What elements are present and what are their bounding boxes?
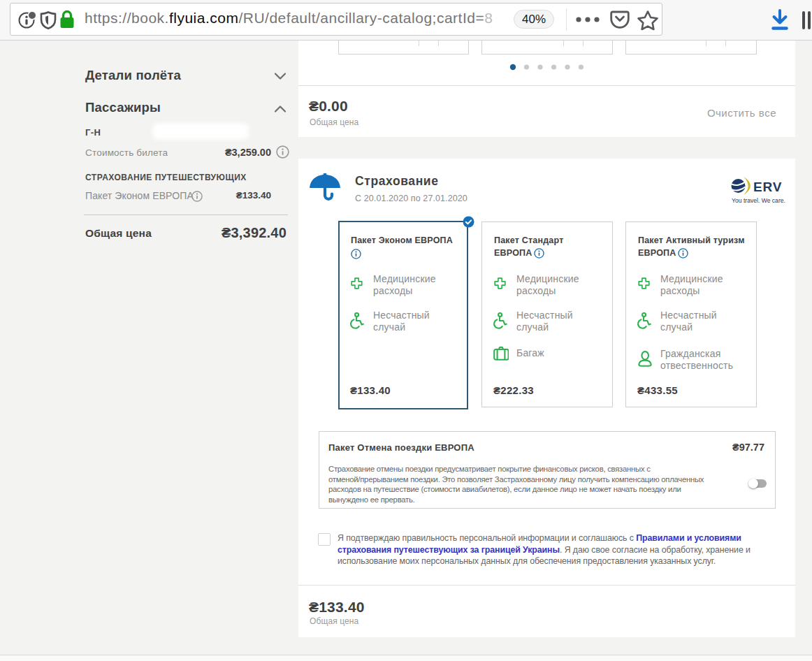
svg-text:You travel. We care.: You travel. We care.: [732, 197, 785, 204]
svg-text:ERV: ERV: [753, 180, 782, 194]
